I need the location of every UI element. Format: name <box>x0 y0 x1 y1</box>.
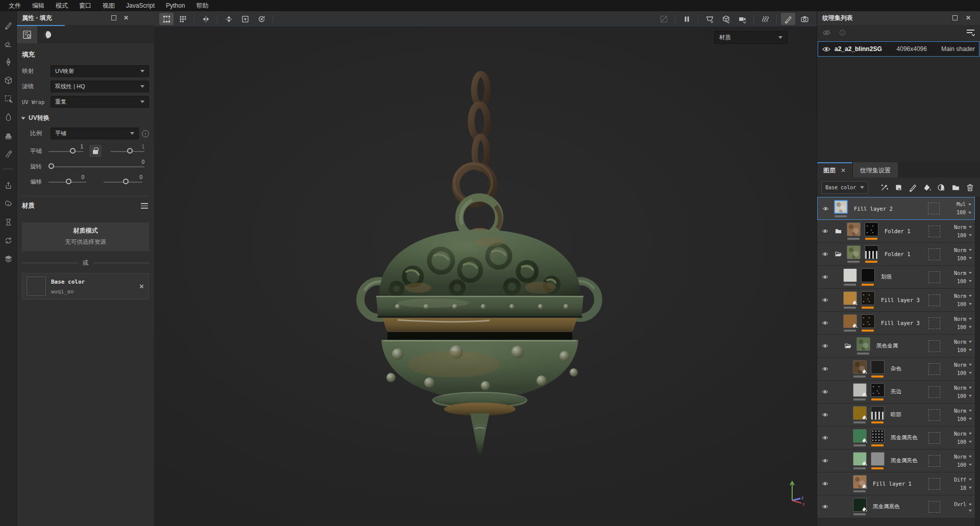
add-paint-layer-icon[interactable] <box>906 181 919 193</box>
layer-row-2[interactable]: Folder 1 Norm 100 <box>817 220 975 243</box>
blend-mode-select[interactable]: Mul <box>957 202 971 207</box>
eye-icon[interactable] <box>817 389 832 395</box>
blend-mode-select[interactable]: Norm <box>954 339 972 345</box>
layer-row-8[interactable]: 杂色 Norm 100 <box>817 358 975 381</box>
channel-select[interactable]: Base color <box>821 181 868 194</box>
tab-texture-set-settings[interactable]: 纹理集设置 <box>853 162 898 178</box>
eye-icon[interactable] <box>817 366 832 372</box>
opacity-select[interactable]: 100 <box>957 439 972 445</box>
mask-placeholder[interactable] <box>928 478 940 490</box>
menu-item-1[interactable]: 文件 <box>3 1 27 11</box>
layer-mask-thumbnail[interactable] <box>870 383 885 400</box>
layer-mask-thumbnail[interactable] <box>870 452 885 469</box>
scale-select[interactable]: 平铺 <box>51 128 139 139</box>
layer-thumbnail[interactable] <box>846 222 861 240</box>
blend-mode-select[interactable]: Norm <box>954 247 972 253</box>
opacity-select[interactable]: 100 <box>957 324 972 330</box>
quick-mask-tool-icon[interactable] <box>2 110 15 123</box>
resource-updater-icon[interactable] <box>2 234 15 247</box>
layer-mask-thumbnail[interactable] <box>870 360 885 378</box>
mask-placeholder[interactable] <box>928 340 940 352</box>
filter-list-icon[interactable] <box>966 29 975 38</box>
blend-mode-select[interactable]: Norm <box>954 316 972 322</box>
mirror-vertical-icon[interactable] <box>222 13 236 25</box>
layer-mask-thumbnail[interactable] <box>864 222 879 240</box>
texture-set-row[interactable]: a2_a2_blinn2SG 4096x4096 Main shader <box>818 41 979 57</box>
blend-mode-select[interactable]: Ovrl <box>954 502 972 507</box>
close-panel-icon[interactable]: ✕ <box>122 14 130 21</box>
display-2d-icon[interactable] <box>702 13 717 25</box>
eye-icon[interactable] <box>817 251 832 257</box>
blend-mode-select[interactable]: Norm <box>954 454 972 460</box>
paint-mode-icon[interactable] <box>781 13 795 25</box>
layer-thumbnail[interactable] <box>855 337 871 355</box>
eye-icon[interactable] <box>817 458 832 464</box>
blend-mode-select[interactable]: Norm <box>954 385 972 391</box>
tile-slider-v-handle[interactable] <box>127 148 133 154</box>
layer-row-9[interactable]: 亮边 Norm 100 <box>817 381 975 404</box>
menu-item-3[interactable]: 模式 <box>50 1 74 11</box>
resources-icon[interactable]: 1 <box>2 197 15 210</box>
reset-rotation-icon[interactable] <box>254 13 268 25</box>
history-icon[interactable] <box>2 215 15 229</box>
layer-row-11[interactable]: 黑金属亮色 Norm 100 <box>817 427 975 449</box>
material-menu-icon[interactable] <box>141 203 149 208</box>
mask-placeholder[interactable] <box>928 294 940 306</box>
opacity-select[interactable]: 100 <box>957 279 972 284</box>
mask-placeholder[interactable] <box>928 203 940 214</box>
tab-layers[interactable]: 图层 ✕ <box>817 162 852 178</box>
uvwrap-select[interactable]: 重复 <box>51 96 149 108</box>
hide-mesh-icon[interactable] <box>656 13 671 25</box>
delete-layer-icon[interactable] <box>964 181 976 193</box>
mask-placeholder[interactable] <box>928 455 940 467</box>
eye-icon[interactable] <box>817 412 832 418</box>
eye-icon[interactable] <box>817 343 832 349</box>
blend-mode-select[interactable]: Norm <box>954 293 972 299</box>
layer-mask-thumbnail[interactable] <box>870 406 885 423</box>
mask-placeholder[interactable] <box>928 226 940 237</box>
layer-mask-thumbnail[interactable] <box>860 314 875 332</box>
mapping-select[interactable]: UV映射 <box>51 65 149 77</box>
opacity-select[interactable] <box>969 510 972 512</box>
layer-row-6[interactable]: Fill layer 3 Norm 100 <box>817 312 975 335</box>
menu-item-2[interactable]: 编辑 <box>27 1 50 11</box>
layer-row-1[interactable]: Fill layer 2 Mul 100 <box>817 197 975 220</box>
mask-placeholder[interactable] <box>928 501 940 513</box>
folder-open-icon[interactable] <box>832 251 844 258</box>
opacity-select[interactable]: 100 <box>957 416 972 422</box>
eye-icon[interactable] <box>817 274 832 280</box>
opacity-select[interactable]: 100 <box>957 210 971 215</box>
layer-thumbnail[interactable] <box>842 268 857 286</box>
layer-thumbnail[interactable] <box>852 406 867 423</box>
assets-icon[interactable] <box>2 252 15 265</box>
base-color-resource[interactable]: Base color wuqi_ao ✕ <box>22 273 149 299</box>
mask-placeholder[interactable] <box>928 271 940 283</box>
blend-mode-select[interactable]: Norm <box>954 408 972 414</box>
camera-view-icon[interactable] <box>735 13 749 25</box>
mirror-horizontal-icon[interactable] <box>199 13 213 25</box>
frame-selection-icon[interactable] <box>238 13 252 25</box>
eraser-tool-icon[interactable] <box>2 37 15 50</box>
rotation-slider-handle[interactable] <box>48 163 54 169</box>
eye-icon[interactable] <box>817 481 832 487</box>
opacity-select[interactable]: 100 <box>957 370 972 376</box>
mask-placeholder[interactable] <box>928 317 940 329</box>
eye-icon[interactable] <box>818 206 833 212</box>
eye-icon[interactable] <box>817 228 832 234</box>
axis-gizmo[interactable]: z x <box>783 478 806 507</box>
blend-mode-select[interactable]: Norm <box>954 224 972 230</box>
blend-mode-select[interactable]: Norm <box>954 270 972 276</box>
rotation-slider[interactable]: 0 <box>48 166 144 167</box>
opacity-select[interactable]: 100 <box>957 462 972 468</box>
add-effect-icon[interactable] <box>878 181 890 193</box>
offset-slider-v[interactable]: 0 <box>104 182 142 183</box>
menu-item-5[interactable]: 视图 <box>97 1 120 11</box>
blend-mode-select[interactable]: Diff <box>954 477 972 483</box>
layer-row-12[interactable]: 黑金属亮色 Norm 100 <box>817 449 975 472</box>
layer-thumbnail[interactable] <box>852 475 867 492</box>
eye-icon[interactable] <box>822 46 830 52</box>
add-folder-icon[interactable] <box>949 181 962 193</box>
smudge-tool-icon[interactable] <box>2 147 15 160</box>
export-icon[interactable] <box>2 179 15 192</box>
mask-placeholder[interactable] <box>928 409 940 421</box>
